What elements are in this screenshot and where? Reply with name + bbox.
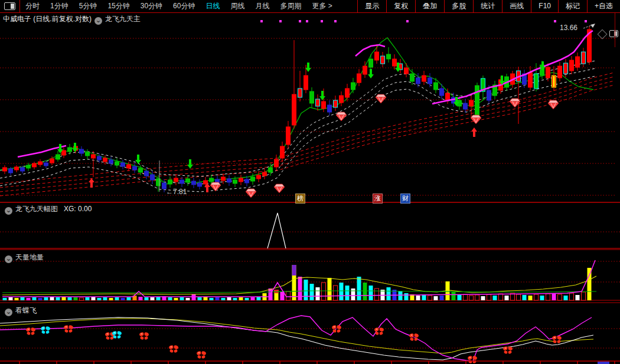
- split-window-icon[interactable]: [609, 30, 618, 37]
- chevron-down-icon[interactable]: ⌄: [94, 17, 102, 25]
- chart-canvas[interactable]: [0, 0, 620, 364]
- main-chart-header: 中威电子 (日线.前复权.对数)⌄龙飞九天主: [3, 14, 141, 25]
- panel2-header: ⌄龙飞九天幅图XG: 0.00: [2, 204, 92, 215]
- panel3-header: ⌄天量地量: [2, 252, 44, 263]
- price-label-high: 13.66: [560, 24, 577, 32]
- trading-app-window: 分时1分钟5分钟15分钟30分钟60分钟日线周线月线多周期更多 > 显示复权叠加…: [0, 0, 620, 364]
- chevron-down-icon[interactable]: ⌄: [5, 255, 12, 263]
- marker-badge: 涨: [373, 194, 383, 204]
- panel-right-border: [615, 13, 615, 47]
- panel2-xg-value: XG: 0.00: [64, 205, 92, 213]
- stock-title: 中威电子 (日线.前复权.对数): [3, 15, 92, 23]
- panel4-title: 看蝶飞: [15, 306, 37, 314]
- chevron-down-icon[interactable]: ⌄: [5, 309, 12, 316]
- horizontal-scrollbar-thumb[interactable]: [598, 362, 609, 364]
- main-indicator-name: 龙飞九天主: [105, 15, 141, 23]
- marker-badge: 财: [400, 194, 410, 204]
- panel2-title: 龙飞九天幅图: [15, 205, 58, 213]
- chevron-down-icon[interactable]: ⌄: [5, 207, 12, 215]
- price-label-low: ←7.81: [166, 188, 187, 196]
- marker-badge: 榜: [295, 194, 305, 204]
- panel4-header: ⌄看蝶飞: [2, 306, 37, 316]
- panel3-title: 天量地量: [15, 253, 44, 261]
